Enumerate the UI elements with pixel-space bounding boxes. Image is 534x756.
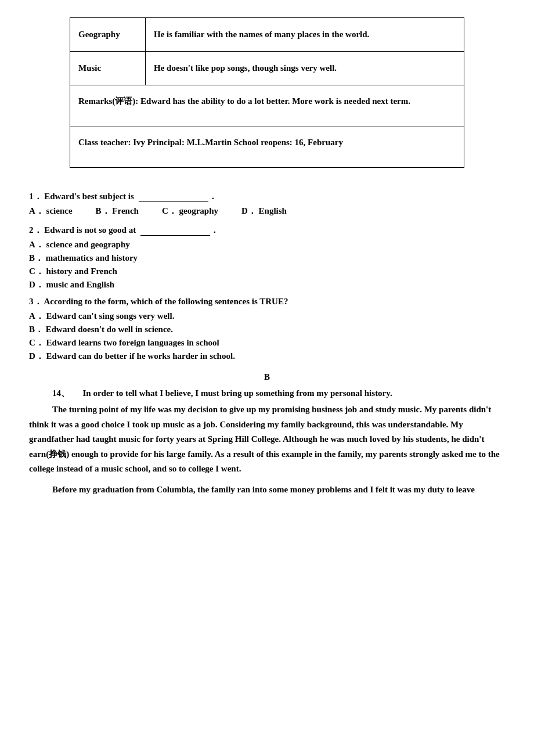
music-row: Music He doesn't like pop songs, though … (70, 52, 464, 85)
question-1-text: 1． Edward's best subject is ． (29, 191, 505, 202)
q3-option-c: C． Edward learns two foreign languages i… (29, 337, 505, 348)
passage-para-1: The turning point of my life was my deci… (29, 402, 505, 477)
q1-blank (139, 192, 208, 202)
remark-text: Remarks(评语): Edward has the ability to d… (70, 85, 418, 127)
q3-option-a: A． Edward can't sing songs very well. (29, 311, 505, 322)
report-card-table: Geography He is familiar with the names … (70, 17, 464, 168)
q1-option-a: A． science (29, 206, 73, 217)
passage-number: 14、 In order to tell what I believe, I m… (29, 388, 505, 399)
footer-text: Class teacher: Ivy Principal: M.L.Martin… (70, 127, 351, 167)
q3-number: 3． (29, 297, 42, 306)
question-1: 1． Edward's best subject is ． A． science… (29, 191, 505, 219)
q1-number: 1． (29, 192, 42, 201)
question-2-text: 2． Edward is not so good at ． (29, 225, 505, 236)
subject-music: Music (70, 52, 146, 85)
q3-option-b: B． Edward doesn't do well in science. (29, 324, 505, 335)
subject-geography: Geography (70, 18, 146, 51)
passage-para-2: Before my graduation from Columbia, the … (29, 483, 505, 498)
q1-option-c: C． geography (162, 206, 218, 217)
passage-block: 14、 In order to tell what I believe, I m… (29, 388, 505, 497)
content-geography: He is familiar with the names of many pl… (146, 18, 464, 51)
geography-row: Geography He is familiar with the names … (70, 18, 464, 52)
content-music: He doesn't like pop songs, though sings … (146, 52, 464, 85)
question-3-text: 3． According to the form, which of the f… (29, 296, 505, 307)
section-b-label: B (29, 372, 505, 382)
q3-stem: According to the form, which of the foll… (44, 297, 288, 306)
questions-section: 1． Edward's best subject is ． A． science… (23, 191, 511, 497)
q2-number: 2． (29, 225, 42, 235)
q2-option-d: D． music and English (29, 279, 505, 290)
question-3: 3． According to the form, which of the f… (29, 296, 505, 362)
q3-option-d: D． Edward can do better if he works hard… (29, 351, 505, 362)
q2-stem: Edward is not so good at (44, 225, 136, 235)
remark-row: Remarks(评语): Edward has the ability to d… (70, 85, 464, 127)
q1-option-d: D． English (241, 206, 287, 217)
passage-first-sentence: In order to tell what I believe, I must … (83, 388, 392, 398)
q1-stem: Edward's best subject is (44, 192, 134, 201)
q2-blank (140, 225, 210, 236)
q1-option-b: B． French (96, 206, 139, 217)
q2-option-a: A． science and geography (29, 239, 505, 250)
question-2: 2． Edward is not so good at ． A． science… (29, 225, 505, 290)
q1-options: A． science B． French C． geography D． Eng… (29, 206, 505, 219)
q2-option-b: B． mathematics and history (29, 253, 505, 264)
q2-option-c: C． history and French (29, 266, 505, 277)
footer-row: Class teacher: Ivy Principal: M.L.Martin… (70, 127, 464, 167)
